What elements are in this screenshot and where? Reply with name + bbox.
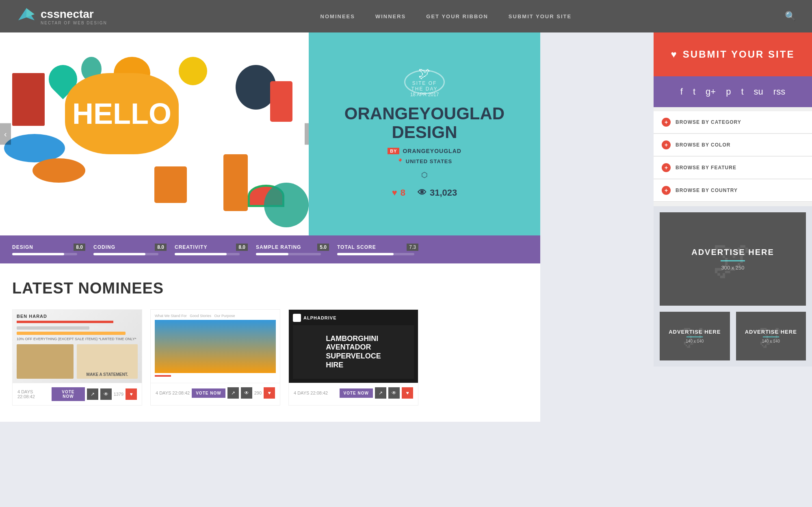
total-score-label: TOTAL SCORE: [337, 244, 376, 250]
nominee-count-2: 290: [254, 390, 262, 395]
social-twitter[interactable]: t: [693, 86, 695, 97]
nav-links: NOMINEES WINNERS GET YOUR RIBBON SUBMIT …: [320, 13, 572, 19]
eye-icon-3[interactable]: 👁: [388, 387, 400, 399]
nav-winners[interactable]: WINNERS: [375, 13, 406, 19]
by-label: BY: [388, 148, 399, 154]
right-sidebar: ♥ SUBMIT YOUR SITE f t g+ p t su rss + B…: [654, 32, 812, 422]
creativity-label: CREATIVITY: [175, 244, 207, 250]
card2-nav: What We Stand For Good Stories Our Purpo…: [155, 314, 276, 318]
ad-small-2[interactable]: 🕊 ADVERTISE HERE 140 x 140: [736, 312, 806, 360]
total-score-label-row: TOTAL SCORE 7.3: [337, 244, 418, 251]
browse-country[interactable]: + BROWSE BY COUNTRY: [654, 179, 812, 202]
design-track: [12, 253, 77, 255]
sotd-laurel: 🕊 SITE OF THE DAY 18 APR 2017: [404, 70, 445, 94]
logo-sub: NECTAR OF WEB DESIGN: [41, 21, 107, 25]
hero-section: HELLO: [0, 32, 540, 422]
vote-button-2[interactable]: VOTE NOW: [192, 388, 225, 398]
sotd-bird-icon: 🕊: [418, 67, 431, 80]
total-fill: [337, 253, 394, 255]
card1-offer: 10% OFF EVERYTHING (EXCEPT SALE ITEMS) *…: [17, 337, 138, 341]
nav-nominees[interactable]: NOMINEES: [320, 13, 355, 19]
social-facebook[interactable]: f: [680, 86, 683, 97]
sidebar-submit[interactable]: ♥ SUBMIT YOUR SITE: [654, 32, 812, 76]
card3-text: LAMBORGHINIAVENTADORSUPERVELOCEHIRE: [322, 330, 385, 373]
hero-stats: ♥ 8 👁 31,023: [392, 188, 457, 198]
card1-img2: MAKE A STATEMENT.: [77, 344, 138, 379]
social-rss[interactable]: rss: [773, 86, 785, 97]
total-score-val: 7.3: [407, 244, 418, 251]
share-icon-2[interactable]: ↗: [227, 387, 239, 399]
card3-logo: [293, 314, 301, 322]
ad-bird-bg-icon: 🕊: [660, 212, 806, 306]
sidebar-heart-icon: ♥: [671, 49, 677, 60]
nominee-card-3: ALPHADRIVE LAMBORGHINIAVENTADORSUPERVELO…: [288, 309, 418, 406]
sidebar-browse: + BROWSE BY CATEGORY + BROWSE BY COLOR +…: [654, 107, 812, 206]
sidebar-social: f t g+ p t su rss: [654, 76, 812, 107]
sotd-badge: 🕊 SITE OF THE DAY 18 APR 2017: [404, 70, 445, 98]
nav-submit[interactable]: SUBMIT YOUR SITE: [509, 13, 572, 19]
thumb-content-2: What We Stand For Good Stories Our Purpo…: [151, 310, 280, 383]
ad-small-1[interactable]: 🕊 ADVERTISE HERE 140 x 140: [660, 312, 730, 360]
creativity-val: 8.0: [236, 244, 248, 251]
heart-icon-2[interactable]: ♥: [264, 387, 275, 399]
nominee-card-1: BEN HARAD 10% OFF EVERYTHING (EXCEPT SAL…: [12, 309, 142, 406]
hero-next-button[interactable]: ›: [305, 123, 309, 145]
nominee-thumb-3: ALPHADRIVE LAMBORGHINIAVENTADORSUPERVELO…: [289, 310, 418, 383]
illus-speech-bubble: HELLO: [65, 73, 179, 154]
sotd-date: 18 APR 2017: [410, 92, 439, 97]
nominee-footer-2: 4 DAYS 22:08:42 VOTE NOW ↗ 👁 290 ♥: [151, 383, 280, 403]
vote-button-3[interactable]: VOTE NOW: [340, 388, 373, 398]
design-label: DESIGN: [12, 244, 33, 250]
illus-hello-text: HELLO: [72, 97, 171, 130]
nominees-title: LATEST NOMINEES: [12, 280, 528, 297]
logo[interactable]: cssnectar NECTAR OF WEB DESIGN: [16, 6, 107, 26]
browse-feature[interactable]: + BROWSE BY FEATURE: [654, 157, 812, 179]
external-link-icon[interactable]: ⬡: [421, 170, 428, 179]
nominee-thumb-1: BEN HARAD 10% OFF EVERYTHING (EXCEPT SAL…: [13, 310, 142, 383]
design-score-label-row: DESIGN 8.0: [12, 244, 85, 251]
browse-feature-icon: +: [662, 163, 671, 172]
browse-category-label: BROWSE BY CATEGORY: [676, 119, 741, 125]
sample-score-label-row: SAMPLE RATING 5.0: [256, 244, 329, 251]
hero-slider: HELLO: [0, 32, 540, 235]
creativity-score: CREATIVITY 8.0: [175, 244, 248, 255]
browse-category-icon: +: [662, 118, 671, 127]
share-icon-1[interactable]: ↗: [87, 388, 98, 400]
ad-small-bird-icon: 🕊: [660, 312, 730, 360]
search-icon[interactable]: 🔍: [785, 11, 796, 22]
hero-likes: ♥ 8: [392, 188, 405, 198]
creativity-fill: [175, 253, 227, 255]
nominee-actions-3: VOTE NOW ↗ 👁 ♥: [340, 387, 413, 399]
hero-prev-button[interactable]: ‹: [0, 123, 11, 145]
browse-color[interactable]: + BROWSE BY COLOR: [654, 134, 812, 156]
vote-button-1[interactable]: VOTE NOW: [52, 387, 85, 401]
coding-score: CODING 8.0: [93, 244, 167, 255]
hero-illustration: HELLO: [0, 32, 309, 235]
browse-category[interactable]: + BROWSE BY CATEGORY: [654, 111, 812, 134]
share-icon-3[interactable]: ↗: [375, 387, 386, 399]
eye-icon-1[interactable]: 👁: [100, 388, 112, 400]
ad-large[interactable]: 🕊 ADVERTISE HERE 300 x 250: [660, 212, 806, 306]
creativity-track: [175, 253, 240, 255]
heart-icon-3[interactable]: ♥: [402, 387, 413, 399]
nominees-grid: BEN HARAD 10% OFF EVERYTHING (EXCEPT SAL…: [12, 309, 528, 406]
nav-get-ribbon[interactable]: GET YOUR RIBBON: [426, 13, 488, 19]
logo-bird-icon: [16, 6, 37, 26]
design-fill: [12, 253, 64, 255]
eye-icon-2[interactable]: 👁: [241, 387, 252, 399]
social-pinterest[interactable]: p: [726, 86, 731, 97]
social-stumble[interactable]: su: [754, 86, 763, 97]
heart-icon-1[interactable]: ♥: [126, 388, 137, 400]
sample-fill: [256, 253, 288, 255]
thumb-content-1: BEN HARAD 10% OFF EVERYTHING (EXCEPT SAL…: [13, 310, 142, 383]
card3-car: LAMBORGHINIAVENTADORSUPERVELOCEHIRE: [293, 325, 414, 379]
hero-image-area: HELLO: [0, 32, 309, 235]
total-score: TOTAL SCORE 7.3: [337, 244, 418, 255]
social-tumblr[interactable]: t: [741, 86, 743, 97]
illus-teal-ball: [264, 183, 309, 227]
social-google[interactable]: g+: [706, 86, 716, 97]
navbar: cssnectar NECTAR OF WEB DESIGN NOMINEES …: [0, 0, 812, 32]
card2-people: [155, 320, 276, 373]
nominee-thumb-2: What We Stand For Good Stories Our Purpo…: [151, 310, 280, 383]
hero-by-row: BY ORANGEYOUGLAD: [388, 148, 461, 154]
